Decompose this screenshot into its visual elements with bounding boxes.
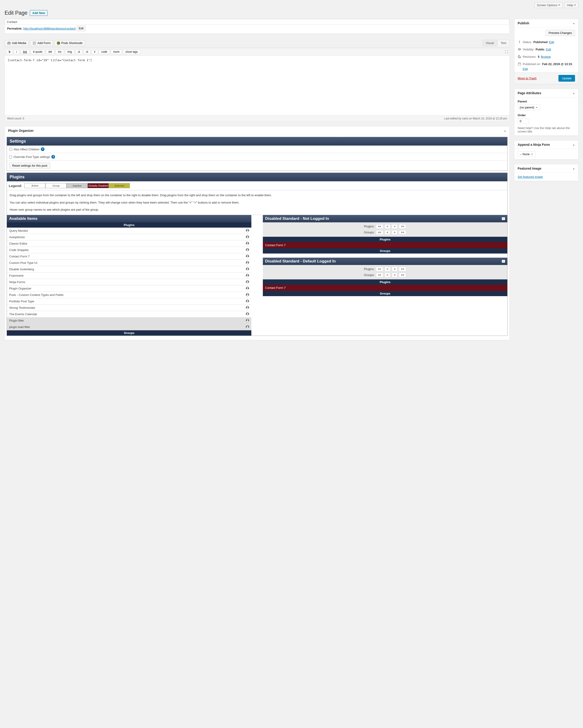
nav-prev[interactable]: < xyxy=(385,267,390,271)
nav-first[interactable]: << xyxy=(376,224,383,229)
plugin-name: Custom Post Type UI xyxy=(9,261,37,264)
toggle-icon[interactable]: ▲ xyxy=(504,130,506,132)
qt-del[interactable]: del xyxy=(46,50,55,54)
nav-next[interactable]: > xyxy=(392,273,398,277)
fullscreen-icon[interactable]: ⛶ xyxy=(505,50,508,54)
nav-prev[interactable]: < xyxy=(385,273,390,277)
toggle-icon[interactable]: ▲ xyxy=(573,144,575,146)
qt-link[interactable]: link xyxy=(20,50,30,54)
collapse-icon[interactable]: − xyxy=(502,260,505,263)
published-edit-link[interactable]: Edit xyxy=(523,67,575,71)
plugin-row[interactable]: Pods - Custom Content Types and Fields xyxy=(7,292,251,298)
qt-li[interactable]: li xyxy=(92,50,98,54)
qt-ins[interactable]: ins xyxy=(55,50,64,54)
help-icon[interactable]: ? xyxy=(51,155,55,159)
nav-last[interactable]: >> xyxy=(399,267,406,271)
nav-last[interactable]: >> xyxy=(399,230,406,235)
plugin-row[interactable]: Contact Form 7 xyxy=(7,253,251,260)
move-to-trash-link[interactable]: Move to Trash xyxy=(517,77,536,80)
help-icon[interactable]: ? xyxy=(41,147,45,151)
groups-control-label: Groups: xyxy=(364,231,375,234)
permalink-url[interactable]: http://localhost:8888/wordpress/contact/ xyxy=(23,27,76,30)
plugin-row[interactable]: Custom Post Type UI xyxy=(7,260,251,266)
plugin-row[interactable]: Plugin Organizer xyxy=(7,285,251,292)
toggle-icon[interactable]: ▲ xyxy=(573,167,575,170)
order-label: Order xyxy=(517,113,575,117)
plugin-row[interactable]: The Events Calendar xyxy=(7,311,251,317)
nav-last[interactable]: >> xyxy=(399,273,406,277)
add-form-button[interactable]: Add Form xyxy=(30,40,53,46)
pods-icon xyxy=(57,42,60,45)
set-featured-image-link[interactable]: Set featured image xyxy=(517,175,543,179)
add-new-button[interactable]: Add New xyxy=(30,10,48,16)
affect-children-checkbox[interactable] xyxy=(9,148,12,151)
qt-close[interactable]: close tags xyxy=(123,50,141,54)
toggle-icon[interactable]: ▲ xyxy=(573,22,575,25)
nav-next[interactable]: > xyxy=(392,267,398,271)
plugin-row[interactable]: Autoptimize xyxy=(7,234,251,240)
pods-shortcode-button[interactable]: Pods Shortcode xyxy=(54,40,85,46)
editor-textarea[interactable]: [contact-form-7 id="29" title="Contact f… xyxy=(5,56,509,115)
last-edited: Last edited by carlo on March 10, 2019 a… xyxy=(444,117,507,120)
help-button[interactable]: Help xyxy=(564,2,578,8)
nav-last[interactable]: >> xyxy=(399,224,406,229)
plugin-row[interactable]: Disable Gutenberg xyxy=(7,266,251,272)
reset-settings-button[interactable]: Reset settings for this post xyxy=(9,162,50,169)
plugins-subheader: Plugins xyxy=(7,222,251,228)
qt-italic[interactable]: i xyxy=(14,50,20,54)
post-title-input[interactable] xyxy=(5,19,509,25)
user-icon xyxy=(246,325,249,329)
po-desc-2: You can also select individual plugins a… xyxy=(10,200,505,205)
user-icon xyxy=(246,242,249,245)
nav-first[interactable]: << xyxy=(376,230,383,235)
user-icon xyxy=(246,267,249,271)
permalink-edit-button[interactable]: Edit xyxy=(77,26,86,31)
update-button[interactable]: Update xyxy=(558,75,575,82)
nav-first[interactable]: << xyxy=(376,273,383,277)
user-icon xyxy=(246,280,249,284)
legend-globally: Globally Disabled xyxy=(87,183,109,188)
groups-subheader: Groups xyxy=(263,248,507,254)
plugin-row[interactable]: plugin load filter xyxy=(7,324,251,330)
add-media-button[interactable]: Add Media xyxy=(5,40,29,46)
disabled-plugin-row[interactable]: Contact Form 7 xyxy=(263,242,507,248)
toggle-icon[interactable]: ▲ xyxy=(573,92,575,95)
nav-next[interactable]: > xyxy=(392,224,398,229)
plugin-row[interactable]: Classic Editor xyxy=(7,240,251,247)
nav-next[interactable]: > xyxy=(392,230,398,235)
plugin-row[interactable]: Code Snippets xyxy=(7,247,251,253)
qt-bold[interactable]: b xyxy=(6,50,13,54)
nav-prev[interactable]: < xyxy=(385,230,390,235)
nav-first[interactable]: << xyxy=(376,267,383,271)
collapse-icon[interactable]: − xyxy=(502,217,505,220)
plugin-row[interactable]: Ninja Forms xyxy=(7,279,251,285)
override-checkbox[interactable] xyxy=(9,155,12,158)
preview-button[interactable]: Preview Changes xyxy=(546,30,575,36)
nav-prev[interactable]: < xyxy=(385,224,390,229)
plugin-row[interactable]: Strong Testimonials xyxy=(7,305,251,311)
visibility-edit-link[interactable]: Edit xyxy=(546,48,551,51)
ninja-form-select[interactable]: -- None xyxy=(517,151,535,157)
plugin-name: Ninja Forms xyxy=(9,280,25,284)
visual-tab[interactable]: Visual xyxy=(482,40,497,46)
parent-select[interactable]: (no parent) xyxy=(517,105,540,110)
qt-ul[interactable]: ul xyxy=(75,50,82,54)
plugin-row[interactable]: Portfolio Post Type xyxy=(7,298,251,305)
qt-img[interactable]: img xyxy=(65,50,74,54)
qt-bquote[interactable]: b-quote xyxy=(30,50,45,54)
revisions-browse-link[interactable]: Browse xyxy=(541,55,551,58)
qt-ol[interactable]: ol xyxy=(83,50,91,54)
parent-label: Parent xyxy=(517,100,575,103)
plugin-row[interactable]: Query Monitor xyxy=(7,228,251,234)
user-icon xyxy=(246,319,249,322)
plugin-row[interactable]: Plugin filter xyxy=(7,317,251,324)
qt-more[interactable]: more xyxy=(111,50,122,54)
screen-options-button[interactable]: Screen Options xyxy=(534,2,563,8)
plugin-row[interactable]: Frammenti xyxy=(7,272,251,279)
qt-code[interactable]: code xyxy=(99,50,110,54)
featured-image-title: Featured Image xyxy=(517,167,541,170)
text-tab[interactable]: Text xyxy=(497,40,510,46)
disabled-plugin-row[interactable]: Contact Form 7 xyxy=(263,285,507,291)
status-edit-link[interactable]: Edit xyxy=(549,40,554,44)
order-input[interactable] xyxy=(517,118,529,124)
